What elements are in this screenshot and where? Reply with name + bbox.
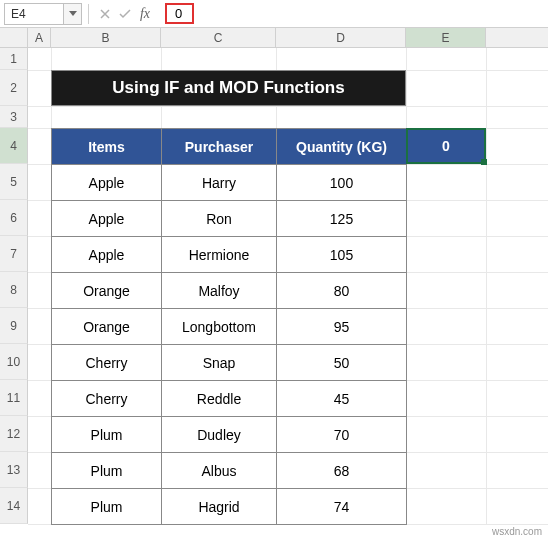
cell-purchaser[interactable]: Ron [162,201,277,237]
formula-bar: E4 fx 0 [0,0,548,28]
cell-purchaser[interactable]: Albus [162,453,277,489]
table-row: CherryReddle45 [52,381,407,417]
cell-qty[interactable]: 50 [277,345,407,381]
cell-purchaser[interactable]: Dudley [162,417,277,453]
cancel-icon[interactable] [95,3,115,25]
row-header-7[interactable]: 7 [0,236,28,272]
cell-purchaser[interactable]: Malfoy [162,273,277,309]
select-all-corner[interactable] [0,28,28,47]
row-header-5[interactable]: 5 [0,164,28,200]
cell-qty[interactable]: 100 [277,165,407,201]
cell-purchaser[interactable]: Hagrid [162,489,277,525]
name-box[interactable]: E4 [4,3,64,25]
col-header-D[interactable]: D [276,28,406,47]
formula-input[interactable]: 0 [155,3,544,25]
spreadsheet-grid: A B C D E 1 2 3 4 5 6 7 8 9 10 11 12 13 … [0,28,548,524]
watermark: wsxdn.com [492,526,542,537]
row-header-6[interactable]: 6 [0,200,28,236]
column-headers: A B C D E [0,28,548,48]
cell-purchaser[interactable]: Hermione [162,237,277,273]
cell-purchaser[interactable]: Reddle [162,381,277,417]
cell-qty[interactable]: 95 [277,309,407,345]
cell-item[interactable]: Orange [52,309,162,345]
cell-item[interactable]: Orange [52,273,162,309]
cell-qty[interactable]: 68 [277,453,407,489]
title-cell[interactable]: Using IF and MOD Functions [51,70,406,106]
row-headers: 1 2 3 4 5 6 7 8 9 10 11 12 13 14 [0,48,28,524]
cell-item[interactable]: Apple [52,165,162,201]
name-box-dropdown[interactable] [64,3,82,25]
col-header-E[interactable]: E [406,28,486,47]
row-header-12[interactable]: 12 [0,416,28,452]
table-row: CherrySnap50 [52,345,407,381]
row-header-4[interactable]: 4 [0,128,28,164]
formula-value: 0 [165,3,194,24]
cell-E4-selected[interactable]: 0 [406,128,486,164]
header-quantity[interactable]: Quantity (KG) [277,129,407,165]
cell-qty[interactable]: 70 [277,417,407,453]
divider [88,4,89,24]
cell-item[interactable]: Cherry [52,345,162,381]
cell-item[interactable]: Apple [52,237,162,273]
cell-qty[interactable]: 125 [277,201,407,237]
row-header-10[interactable]: 10 [0,344,28,380]
cell-E4-value: 0 [442,138,450,154]
row-header-3[interactable]: 3 [0,106,28,128]
table-row: PlumDudley70 [52,417,407,453]
fill-handle[interactable] [481,159,487,165]
cell-item[interactable]: Apple [52,201,162,237]
col-header-C[interactable]: C [161,28,276,47]
cell-item[interactable]: Plum [52,453,162,489]
cell-purchaser[interactable]: Snap [162,345,277,381]
table-row: PlumAlbus68 [52,453,407,489]
table-row: OrangeMalfoy80 [52,273,407,309]
table-row: AppleRon125 [52,201,407,237]
cell-qty[interactable]: 45 [277,381,407,417]
table-row: AppleHermione105 [52,237,407,273]
row-header-11[interactable]: 11 [0,380,28,416]
fx-icon[interactable]: fx [135,3,155,25]
row-header-14[interactable]: 14 [0,488,28,524]
data-table: Items Purchaser Quantity (KG) AppleHarry… [51,128,407,525]
cell-purchaser[interactable]: Longbottom [162,309,277,345]
cell-item[interactable]: Plum [52,417,162,453]
cell-item[interactable]: Plum [52,489,162,525]
cells-area[interactable]: Using IF and MOD Functions Items Purchas… [28,48,548,524]
col-header-B[interactable]: B [51,28,161,47]
cell-purchaser[interactable]: Harry [162,165,277,201]
enter-icon[interactable] [115,3,135,25]
cell-qty[interactable]: 105 [277,237,407,273]
table-row: PlumHagrid74 [52,489,407,525]
row-header-13[interactable]: 13 [0,452,28,488]
row-header-8[interactable]: 8 [0,272,28,308]
row-header-1[interactable]: 1 [0,48,28,70]
row-header-9[interactable]: 9 [0,308,28,344]
cell-qty[interactable]: 74 [277,489,407,525]
header-purchaser[interactable]: Purchaser [162,129,277,165]
header-items[interactable]: Items [52,129,162,165]
cell-qty[interactable]: 80 [277,273,407,309]
cell-item[interactable]: Cherry [52,381,162,417]
col-header-A[interactable]: A [28,28,51,47]
table-header-row: Items Purchaser Quantity (KG) [52,129,407,165]
table-row: AppleHarry100 [52,165,407,201]
table-row: OrangeLongbottom95 [52,309,407,345]
row-header-2[interactable]: 2 [0,70,28,106]
chevron-down-icon [69,11,77,17]
